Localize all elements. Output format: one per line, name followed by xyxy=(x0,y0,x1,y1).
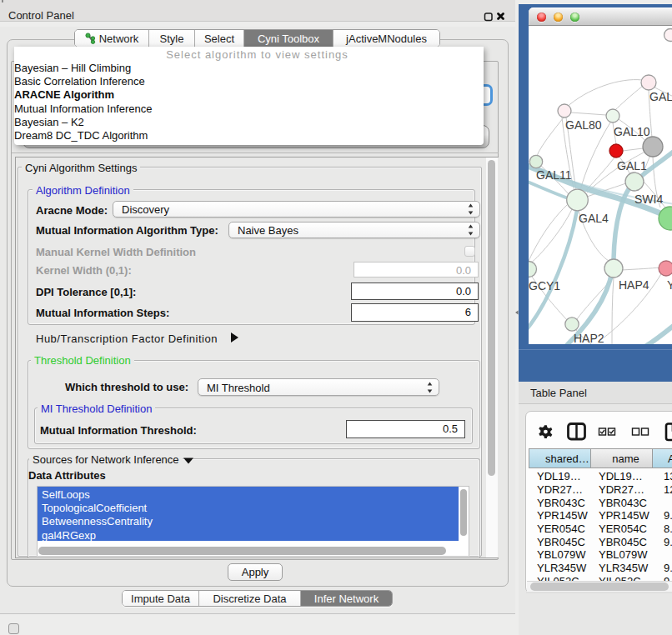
svg-text:GAL4: GAL4 xyxy=(579,212,609,225)
svg-text:GAL80: GAL80 xyxy=(565,118,602,132)
svg-text:HAP2: HAP2 xyxy=(574,332,604,344)
svg-text:HAP4: HAP4 xyxy=(619,278,649,292)
svg-text:Y: Y xyxy=(667,278,672,292)
svg-text:GAL2: GAL2 xyxy=(649,90,672,103)
svg-text:GCY1: GCY1 xyxy=(529,279,560,292)
svg-text:SWI4: SWI4 xyxy=(634,192,663,206)
svg-text:GAL10: GAL10 xyxy=(614,125,650,138)
svg-text:GAL11: GAL11 xyxy=(536,168,572,182)
svg-text:GAL1: GAL1 xyxy=(617,159,647,172)
